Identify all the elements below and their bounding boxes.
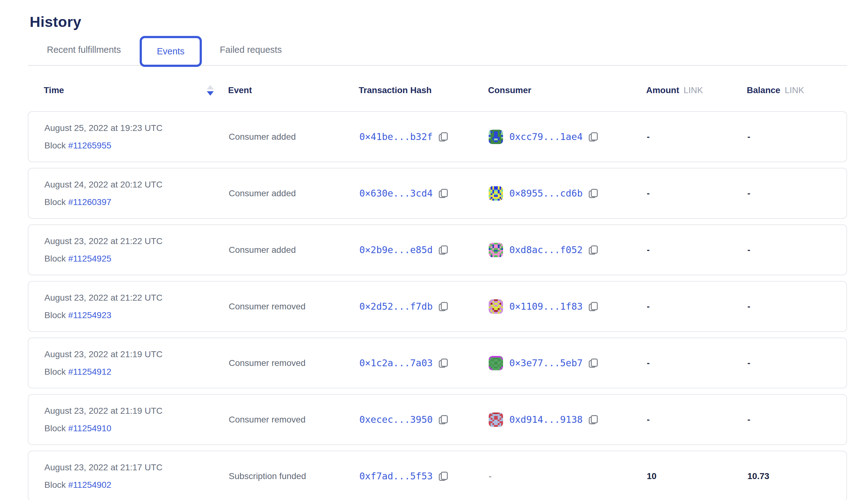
tab-bar: Recent fulfillments Events Failed reques… [28, 35, 847, 66]
copy-icon[interactable] [588, 301, 599, 312]
consumer-address-link[interactable]: 0×3e77...5eb7 [509, 357, 583, 368]
consumer-avatar [489, 186, 503, 201]
page-title: History [30, 13, 868, 30]
consumer-link-group: 0×3e77...5eb7 [489, 356, 599, 370]
event-row: August 23, 2022 at 21:17 UTC Block #1125… [28, 451, 847, 500]
time-cell: August 23, 2022 at 21:19 UTC Block #1125… [44, 406, 229, 433]
copy-icon[interactable] [438, 188, 449, 199]
balance-value: - [747, 302, 846, 311]
event-date: August 23, 2022 at 21:19 UTC [44, 406, 229, 416]
amount-unit-label: LINK [684, 85, 703, 95]
event-row: August 23, 2022 at 21:22 UTC Block #1125… [28, 224, 847, 275]
event-row: August 23, 2022 at 21:19 UTC Block #1125… [28, 394, 847, 445]
transaction-hash-link[interactable]: 0×2d52...f7db [359, 301, 433, 312]
block-line: Block #11254912 [44, 367, 229, 377]
consumer-cell: 0×8955...cd6b [489, 186, 647, 201]
transaction-hash-cell: 0×2b9e...e85d [359, 245, 489, 255]
transaction-hash-cell: 0×630e...3cd4 [359, 188, 489, 199]
consumer-address-link[interactable]: 0xd914...9138 [509, 414, 583, 425]
copy-icon[interactable] [438, 245, 449, 255]
event-type: Consumer removed [229, 415, 359, 425]
sort-descending-icon[interactable] [207, 85, 214, 95]
tab-failed-requests[interactable]: Failed requests [217, 45, 285, 55]
copy-icon[interactable] [588, 414, 599, 425]
consumer-link-group: 0xcc79...1ae4 [489, 130, 599, 144]
copy-icon[interactable] [438, 301, 449, 312]
balance-value: - [747, 358, 846, 368]
event-date: August 23, 2022 at 21:17 UTC [44, 463, 229, 473]
time-header-label: Time [44, 85, 64, 95]
tab-recent-fulfillments[interactable]: Recent fulfillments [44, 45, 124, 55]
block-number-link[interactable]: #11254910 [68, 423, 111, 433]
column-header-balance: BalanceLINK [747, 85, 847, 95]
amount-header-label: Amount [646, 85, 679, 95]
block-number-link[interactable]: #11254902 [68, 480, 111, 490]
event-type: Subscription funded [229, 471, 359, 481]
event-type: Consumer added [229, 132, 359, 142]
balance-value: 10.73 [747, 471, 846, 481]
block-label: Block [44, 310, 68, 320]
column-header-transaction-hash: Transaction Hash [359, 85, 488, 95]
block-line: Block #11254925 [44, 254, 229, 264]
column-header-event: Event [228, 85, 359, 95]
event-date: August 23, 2022 at 21:22 UTC [44, 293, 229, 303]
block-label: Block [44, 480, 68, 490]
amount-value: - [647, 358, 747, 368]
event-date: August 24, 2022 at 20:12 UTC [44, 180, 229, 190]
column-header-amount: AmountLINK [646, 85, 747, 95]
copy-icon[interactable] [438, 357, 449, 369]
copy-icon[interactable] [588, 188, 599, 199]
consumer-cell: 0xd914...9138 [489, 412, 647, 427]
amount-value: - [647, 302, 747, 311]
amount-value: 10 [647, 471, 747, 481]
transaction-hash-link[interactable]: 0xf7ad...5f53 [359, 470, 433, 481]
transaction-hash-link[interactable]: 0xecec...3950 [359, 414, 433, 425]
consumer-address-link[interactable]: 0×8955...cd6b [509, 188, 583, 199]
transaction-hash-link[interactable]: 0×630e...3cd4 [359, 188, 433, 199]
time-cell: August 23, 2022 at 21:22 UTC Block #1125… [44, 293, 229, 320]
block-label: Block [44, 254, 68, 263]
event-type: Consumer removed [229, 358, 359, 368]
event-rows: August 25, 2022 at 19:23 UTC Block #1126… [28, 111, 868, 500]
copy-icon[interactable] [588, 131, 599, 143]
block-number-link[interactable]: #11254925 [68, 254, 111, 263]
history-page: History Recent fulfillments Events Faile… [0, 13, 868, 500]
copy-icon[interactable] [438, 131, 449, 143]
transaction-hash-cell: 0xecec...3950 [359, 414, 489, 425]
amount-value: - [647, 189, 747, 198]
transaction-hash-link[interactable]: 0×41be...b32f [359, 131, 433, 142]
event-date: August 25, 2022 at 19:23 UTC [44, 123, 229, 133]
balance-header-label: Balance [747, 85, 780, 95]
consumer-address-link[interactable]: 0×1109...1f83 [509, 301, 583, 312]
time-cell: August 23, 2022 at 21:22 UTC Block #1125… [44, 236, 229, 264]
copy-icon[interactable] [588, 357, 599, 369]
event-date: August 23, 2022 at 21:19 UTC [44, 349, 229, 359]
consumer-empty: - [489, 471, 491, 481]
block-line: Block #11265955 [44, 141, 229, 151]
block-number-link[interactable]: #11260397 [68, 197, 111, 207]
transaction-hash-cell: 0xf7ad...5f53 [359, 470, 489, 482]
block-label: Block [44, 367, 68, 377]
block-number-link[interactable]: #11254912 [68, 367, 111, 377]
event-type: Consumer removed [229, 302, 359, 311]
transaction-hash-link[interactable]: 0×1c2a...7a03 [359, 357, 433, 368]
table-header: Time Event Transaction Hash Consumer Amo… [28, 66, 847, 111]
copy-icon[interactable] [438, 470, 449, 482]
time-cell: August 23, 2022 at 21:17 UTC Block #1125… [44, 463, 229, 490]
copy-icon[interactable] [438, 414, 449, 425]
tab-events[interactable]: Events [140, 36, 202, 67]
copy-icon[interactable] [588, 245, 599, 255]
event-type: Consumer added [229, 189, 359, 198]
balance-value: - [747, 189, 846, 198]
consumer-link-group: 0×8955...cd6b [489, 186, 599, 201]
amount-value: - [647, 245, 747, 255]
transaction-hash-link[interactable]: 0×2b9e...e85d [359, 245, 433, 255]
balance-unit-label: LINK [785, 85, 804, 95]
consumer-address-link[interactable]: 0xcc79...1ae4 [509, 131, 583, 142]
balance-value: - [747, 245, 846, 255]
block-number-link[interactable]: #11254923 [68, 310, 111, 320]
column-header-time[interactable]: Time [44, 85, 228, 95]
consumer-link-group: 0xd914...9138 [489, 412, 599, 427]
block-number-link[interactable]: #11265955 [68, 141, 111, 150]
consumer-address-link[interactable]: 0xd8ac...f052 [509, 245, 583, 255]
